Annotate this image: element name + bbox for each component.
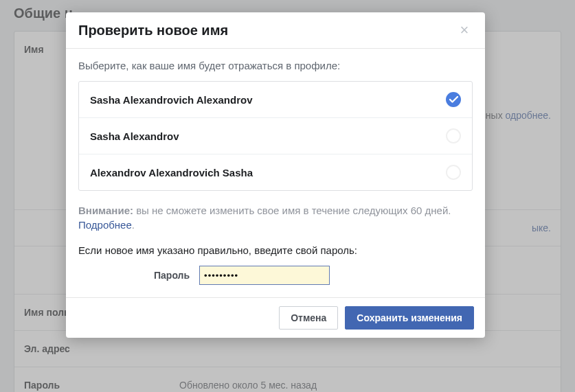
name-option-label: Alexandrov Alexandrovich Sasha: [90, 167, 253, 178]
dialog-title: Проверить новое имя: [78, 23, 228, 38]
name-preview-dialog: Проверить новое имя × Выберите, как ваше…: [66, 12, 485, 338]
warning-dot: .: [132, 219, 135, 231]
password-label: Пароль: [154, 270, 190, 281]
radio-selected-icon: [446, 92, 461, 107]
password-row: Пароль: [78, 266, 473, 285]
close-icon: ×: [460, 21, 469, 39]
warning-learn-more-link[interactable]: Подробнее: [78, 219, 132, 231]
confirm-password-prompt: Если новое имя указано правильно, введит…: [78, 244, 473, 256]
password-input[interactable]: [199, 266, 330, 285]
name-option-label: Sasha Alexandrov: [90, 130, 179, 142]
dialog-footer: Отмена Сохранить изменения: [66, 297, 485, 338]
select-prompt: Выберите, как ваше имя будет отражаться …: [78, 60, 473, 71]
name-options: Sasha Alexandrovich Alexandrov Sasha Ale…: [78, 81, 473, 191]
save-button[interactable]: Сохранить изменения: [345, 306, 474, 330]
name-change-warning: Внимание: вы не сможете изменить свое им…: [78, 203, 473, 232]
close-button[interactable]: ×: [456, 22, 473, 38]
name-option-1[interactable]: Sasha Alexandrov: [79, 118, 472, 154]
name-option-2[interactable]: Alexandrov Alexandrovich Sasha: [79, 154, 472, 190]
warning-text: вы не сможете изменить свое имя в течени…: [133, 205, 451, 216]
dialog-header: Проверить новое имя ×: [66, 12, 485, 49]
radio-unselected-icon: [446, 128, 461, 143]
dialog-body: Выберите, как ваше имя будет отражаться …: [66, 49, 485, 285]
name-option-0[interactable]: Sasha Alexandrovich Alexandrov: [79, 82, 472, 118]
cancel-button[interactable]: Отмена: [279, 306, 338, 330]
name-option-label: Sasha Alexandrovich Alexandrov: [90, 94, 252, 106]
radio-unselected-icon: [446, 165, 461, 180]
warning-label: Внимание:: [78, 205, 133, 216]
